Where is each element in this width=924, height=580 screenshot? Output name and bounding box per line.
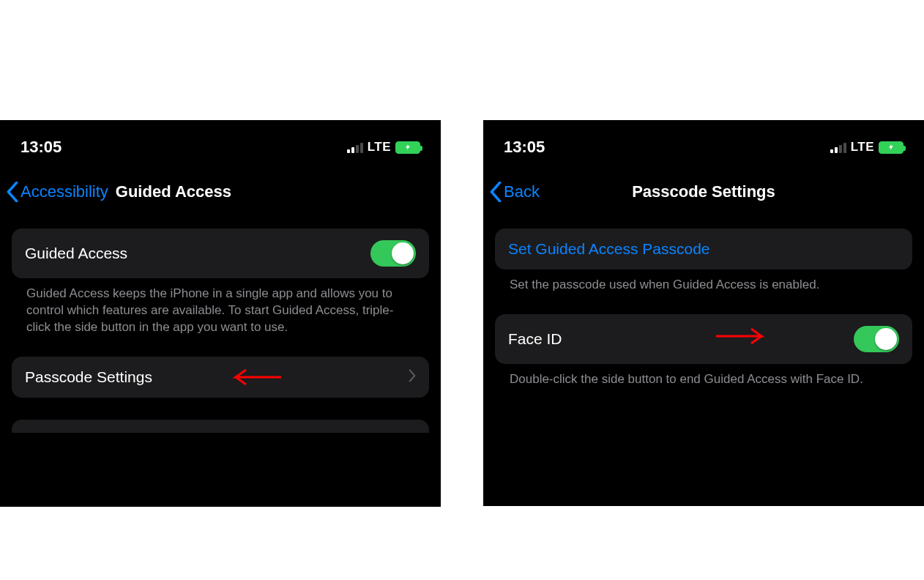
nav-title: Guided Access <box>116 182 231 201</box>
guided-access-toggle-row[interactable]: Guided Access <box>12 228 429 278</box>
network-label: LTE <box>851 140 874 155</box>
nav-title: Passcode Settings <box>483 182 924 201</box>
screenshot-guided-access: 13:05 LTE Accessibility Guided Access Gu… <box>0 120 441 507</box>
back-button[interactable]: Accessibility <box>6 182 108 202</box>
status-bar: 13:05 LTE <box>0 120 441 163</box>
screenshot-passcode-settings: 13:05 LTE Back Passcode Settings Set Gui… <box>483 120 924 506</box>
face-id-toggle-row[interactable]: Face ID <box>495 314 912 364</box>
status-time: 13:05 <box>21 138 62 157</box>
back-label: Back <box>504 182 540 201</box>
back-label: Accessibility <box>21 182 108 201</box>
annotation-arrow-icon <box>715 324 766 348</box>
chevron-right-icon <box>409 368 416 386</box>
face-id-footer: Double-click the side button to end Guid… <box>495 364 912 388</box>
face-id-group: Face ID Double-click the side button to … <box>495 314 912 388</box>
set-passcode-footer: Set the passcode used when Guided Access… <box>495 269 912 294</box>
battery-charging-icon <box>395 141 420 154</box>
chevron-left-icon <box>6 182 19 202</box>
chevron-left-icon <box>489 182 502 202</box>
toggle-switch[interactable] <box>854 326 899 352</box>
row-label: Set Guided Access Passcode <box>508 240 710 258</box>
status-time: 13:05 <box>504 138 545 157</box>
status-right-cluster: LTE <box>347 140 420 155</box>
next-group-peek <box>12 420 429 433</box>
row-label: Guided Access <box>25 245 127 262</box>
signal-icon <box>347 141 363 153</box>
row-label: Passcode Settings <box>25 368 152 386</box>
status-bar: 13:05 LTE <box>483 120 924 163</box>
network-label: LTE <box>368 140 391 155</box>
passcode-settings-group: Passcode Settings <box>12 357 429 398</box>
status-right-cluster: LTE <box>830 140 903 155</box>
set-guided-access-passcode-row[interactable]: Set Guided Access Passcode <box>495 228 912 269</box>
guided-access-group: Guided Access Guided Access keeps the iP… <box>12 228 429 336</box>
back-button[interactable]: Back <box>489 182 540 202</box>
signal-icon <box>830 141 846 153</box>
nav-bar: Accessibility Guided Access <box>0 163 441 215</box>
battery-charging-icon <box>879 141 903 154</box>
toggle-switch[interactable] <box>370 240 416 267</box>
passcode-settings-row[interactable]: Passcode Settings <box>12 357 429 398</box>
annotation-arrow-icon <box>231 365 283 389</box>
guided-access-footer: Guided Access keeps the iPhone in a sing… <box>12 278 429 336</box>
nav-bar: Back Passcode Settings <box>483 163 924 215</box>
set-passcode-group: Set Guided Access Passcode Set the passc… <box>495 228 912 294</box>
row-label: Face ID <box>508 330 562 348</box>
